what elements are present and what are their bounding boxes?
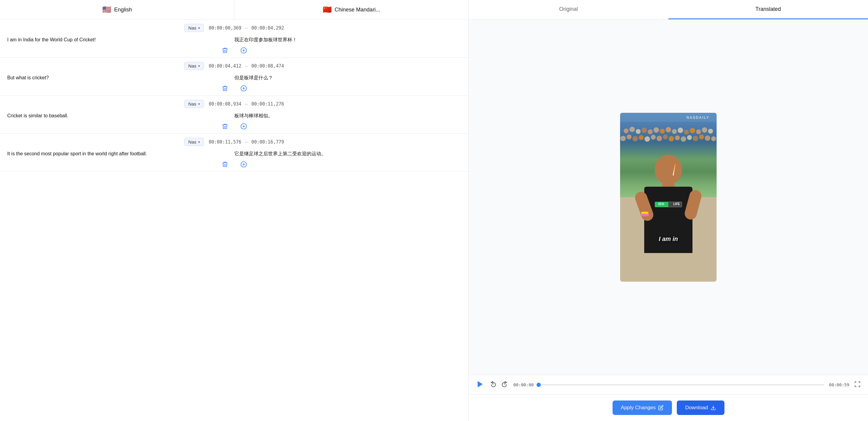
svg-text:10: 10 bbox=[504, 383, 506, 385]
time-start-3: 00:00:08,934 bbox=[209, 101, 241, 107]
source-language-label: English bbox=[114, 7, 132, 13]
subtitle-content-3: Cricket is similar to baseball. 板球与棒球相似。 bbox=[0, 112, 468, 120]
subtitle-translated-3: 板球与棒球相似。 bbox=[234, 112, 461, 120]
language-header: 🇺🇸 English 🇨🇳 Chinese Mandari... bbox=[0, 0, 468, 20]
delete-button-1[interactable] bbox=[222, 47, 228, 54]
download-button[interactable]: Download bbox=[677, 400, 724, 415]
app-container: 🇺🇸 English 🇨🇳 Chinese Mandari... Nas ▾ 0… bbox=[0, 0, 868, 421]
svg-point-27 bbox=[620, 136, 626, 141]
svg-point-25 bbox=[702, 127, 707, 133]
subtitles-list: Nas ▾ 00:00:00,369 — 00:00:04,292 I am i… bbox=[0, 20, 468, 421]
progress-bar[interactable] bbox=[539, 384, 824, 385]
source-language-tab[interactable]: 🇺🇸 English bbox=[0, 0, 234, 19]
speaker-badge-1[interactable]: Nas ▾ bbox=[184, 24, 204, 32]
delete-button-4[interactable] bbox=[222, 161, 228, 168]
time-dash-1: — bbox=[245, 25, 248, 31]
speaker-chevron-1: ▾ bbox=[198, 26, 200, 30]
subtitle-actions-2 bbox=[0, 82, 468, 92]
subtitle-original-1: I am in India for the World Cup of Crick… bbox=[7, 36, 234, 43]
left-panel: 🇺🇸 English 🇨🇳 Chinese Mandari... Nas ▾ 0… bbox=[0, 0, 469, 421]
svg-point-40 bbox=[699, 134, 704, 139]
delete-button-2[interactable] bbox=[222, 85, 228, 92]
video-area: NASDAILY bbox=[469, 20, 868, 375]
add-button-1[interactable] bbox=[240, 47, 247, 54]
time-dash-3: — bbox=[245, 101, 248, 107]
delete-button-3[interactable] bbox=[222, 123, 228, 130]
svg-marker-45 bbox=[478, 381, 483, 388]
apply-changes-label: Apply Changes bbox=[621, 405, 656, 411]
subtitle-actions-4 bbox=[0, 157, 468, 168]
svg-point-30 bbox=[639, 135, 644, 140]
time-dash-2: — bbox=[245, 63, 248, 69]
svg-point-37 bbox=[681, 136, 686, 142]
add-button-3[interactable] bbox=[240, 123, 247, 130]
right-tabs: Original Translated bbox=[469, 0, 868, 20]
svg-text:NASDAILY: NASDAILY bbox=[686, 116, 709, 120]
svg-point-15 bbox=[642, 128, 647, 133]
subtitle-row: Nas ▾ 00:00:11,576 — 00:00:16,779 It is … bbox=[0, 134, 468, 171]
target-flag: 🇨🇳 bbox=[323, 5, 332, 14]
forward-button[interactable]: 10 bbox=[501, 381, 508, 389]
subtitle-header-3: Nas ▾ 00:00:08,934 — 00:00:11,276 bbox=[0, 96, 468, 112]
svg-point-35 bbox=[669, 136, 674, 141]
add-button-4[interactable] bbox=[240, 161, 247, 168]
speaker-name-2: Nas bbox=[188, 63, 196, 68]
tab-translated[interactable]: Translated bbox=[668, 0, 868, 19]
time-end-1: 00:00:04,292 bbox=[251, 25, 284, 31]
add-button-2[interactable] bbox=[240, 85, 247, 92]
time-range-2: 00:00:04,412 — 00:00:08,474 bbox=[209, 63, 284, 69]
speaker-badge-3[interactable]: Nas ▾ bbox=[184, 100, 204, 108]
svg-point-13 bbox=[629, 127, 635, 132]
source-flag: 🇺🇸 bbox=[102, 5, 111, 14]
subtitle-content-4: It is the second most popular sport in t… bbox=[0, 150, 468, 157]
speaker-name-4: Nas bbox=[188, 139, 196, 144]
time-start-4: 00:00:11,576 bbox=[209, 139, 241, 145]
svg-point-33 bbox=[657, 136, 662, 141]
svg-point-38 bbox=[687, 135, 692, 140]
speaker-badge-4[interactable]: Nas ▾ bbox=[184, 138, 204, 146]
time-current: 00:00:00 bbox=[513, 382, 533, 387]
right-panel: Original Translated bbox=[469, 0, 868, 421]
time-start-2: 00:00:04,412 bbox=[209, 63, 241, 69]
rewind-button[interactable]: 10 bbox=[489, 381, 496, 389]
svg-point-36 bbox=[675, 135, 680, 140]
subtitle-row: Nas ▾ 00:00:04,412 — 00:00:08,474 But wh… bbox=[0, 58, 468, 96]
svg-text:10: 10 bbox=[492, 383, 494, 385]
speaker-name-1: Nas bbox=[188, 25, 196, 30]
svg-point-19 bbox=[665, 127, 671, 132]
subtitle-original-2: But what is cricket? bbox=[7, 74, 234, 82]
svg-point-23 bbox=[690, 128, 695, 133]
time-start-1: 00:00:00,369 bbox=[209, 25, 241, 31]
bottom-actions: Apply Changes Download bbox=[469, 394, 868, 421]
fullscreen-button[interactable] bbox=[854, 381, 861, 388]
time-end-4: 00:00:16,779 bbox=[251, 139, 284, 145]
apply-changes-button[interactable]: Apply Changes bbox=[613, 400, 672, 415]
video-subtitle-overlay: I am in bbox=[659, 235, 678, 242]
subtitle-header-4: Nas ▾ 00:00:11,576 — 00:00:16,779 bbox=[0, 134, 468, 150]
svg-point-39 bbox=[693, 136, 698, 141]
time-range-4: 00:00:11,576 — 00:00:16,779 bbox=[209, 139, 284, 145]
svg-point-22 bbox=[684, 130, 689, 134]
subtitle-actions-3 bbox=[0, 120, 468, 130]
target-language-tab[interactable]: 🇨🇳 Chinese Mandari... bbox=[234, 0, 468, 19]
video-controls: 10 10 00:00:00 00:00:59 bbox=[469, 375, 868, 394]
speaker-badge-2[interactable]: Nas ▾ bbox=[184, 62, 204, 70]
subtitle-translated-2: 但是板球是什么？ bbox=[234, 74, 461, 82]
speaker-chevron-3: ▾ bbox=[198, 102, 200, 106]
subtitle-header-1: Nas ▾ 00:00:00,369 — 00:00:04,292 bbox=[0, 20, 468, 36]
progress-dot bbox=[536, 383, 541, 387]
time-total: 00:00:59 bbox=[829, 382, 849, 387]
svg-point-18 bbox=[660, 129, 665, 134]
time-end-2: 00:00:08,474 bbox=[251, 63, 284, 69]
tab-original[interactable]: Original bbox=[469, 0, 668, 19]
svg-point-20 bbox=[672, 129, 677, 134]
speaker-chevron-4: ▾ bbox=[198, 140, 200, 144]
controls-row: 10 10 00:00:00 00:00:59 bbox=[476, 380, 861, 389]
svg-point-41 bbox=[705, 135, 710, 141]
subtitle-actions-1 bbox=[0, 43, 468, 54]
play-button[interactable] bbox=[476, 380, 484, 389]
time-dash-4: — bbox=[245, 139, 248, 145]
svg-point-32 bbox=[651, 135, 656, 140]
svg-point-14 bbox=[636, 129, 641, 134]
svg-point-34 bbox=[663, 134, 668, 139]
